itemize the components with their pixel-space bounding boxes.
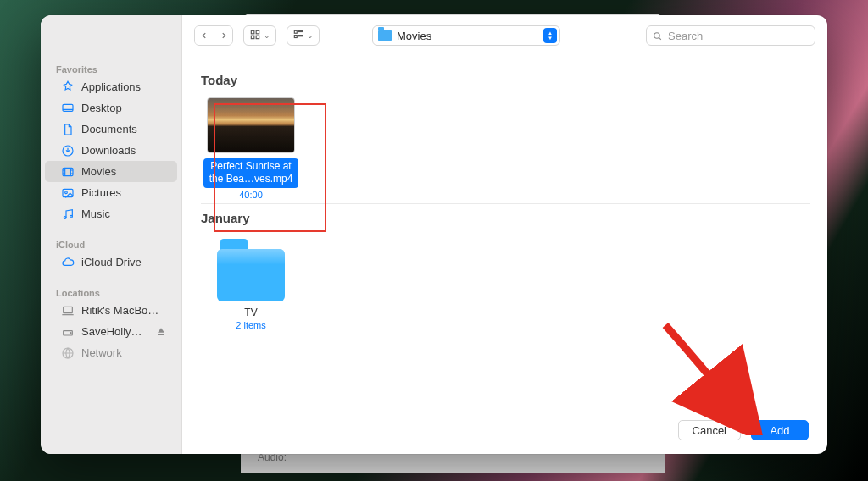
music-icon — [60, 207, 75, 222]
folder-icon — [378, 30, 392, 41]
svg-point-4 — [65, 191, 68, 194]
file-item-video[interactable]: Perfect Sunrise at the Bea…ves.mp4 40:00 — [201, 97, 301, 200]
group-header: Today — [201, 73, 810, 87]
chevron-down-icon: ⌄ — [264, 31, 270, 40]
add-button[interactable]: Add — [751, 420, 809, 440]
forward-button[interactable] — [214, 26, 232, 45]
cancel-button[interactable]: Cancel — [678, 420, 741, 440]
sidebar-item-label: Applications — [81, 80, 141, 93]
group-header: January — [201, 211, 810, 225]
pictures-icon — [60, 185, 75, 201]
search-icon — [652, 30, 663, 41]
eject-icon[interactable] — [153, 324, 169, 340]
group-separator — [201, 203, 810, 204]
group-by-button[interactable]: ⌄ — [287, 25, 320, 46]
path-popup[interactable]: Movies ▲▼ — [372, 25, 560, 46]
svg-rect-13 — [251, 36, 254, 39]
sidebar-item-external-drive[interactable]: SaveHolly… — [45, 321, 177, 342]
svg-point-9 — [70, 332, 71, 333]
laptop-icon — [60, 303, 75, 318]
sidebar-section-icloud: iCloud — [41, 236, 181, 252]
sidebar-item-icloud-drive[interactable]: iCloud Drive — [45, 252, 177, 273]
sidebar-item-label: Pictures — [81, 186, 121, 199]
sidebar-item-label: Movies — [81, 165, 116, 178]
sidebar-item-label: Documents — [81, 123, 137, 135]
downloads-icon — [60, 143, 75, 158]
sidebar-item-downloads[interactable]: Downloads — [45, 140, 177, 161]
sidebar-item-label: iCloud Drive — [81, 256, 142, 268]
sidebar-item-movies[interactable]: Movies — [45, 161, 177, 182]
documents-icon — [60, 122, 75, 137]
svg-rect-2 — [63, 168, 73, 175]
svg-rect-14 — [256, 36, 259, 39]
folder-icon — [217, 249, 285, 301]
file-name: Perfect Sunrise at the Bea…ves.mp4 — [203, 158, 298, 188]
folder-items-count: 2 items — [201, 320, 301, 330]
search-placeholder: Search — [668, 30, 703, 42]
svg-rect-12 — [256, 30, 259, 34]
sidebar-item-label: SaveHolly… — [81, 325, 142, 338]
sidebar-section-favorites: Favorites — [41, 61, 181, 76]
sidebar-item-network[interactable]: Network — [45, 342, 177, 363]
sidebar-item-label: Music — [81, 207, 110, 220]
group-icon — [292, 29, 304, 43]
file-item-folder[interactable]: TV 2 items — [201, 249, 301, 330]
file-browser[interactable]: Today Perfect Sunrise at the Bea…ves.mp4… — [182, 56, 827, 402]
sidebar-item-label: Desktop — [81, 102, 122, 114]
svg-point-6 — [70, 215, 73, 218]
svg-rect-11 — [251, 30, 254, 34]
path-popup-label: Movies — [397, 30, 538, 42]
sidebar-item-applications[interactable]: Applications — [45, 76, 177, 97]
cloud-icon — [60, 255, 75, 270]
path-stepper-icon: ▲▼ — [543, 28, 557, 43]
toolbar: ⌄ ⌄ Movies ▲▼ Search — [182, 15, 827, 56]
content-pane: ⌄ ⌄ Movies ▲▼ Search — [182, 15, 827, 454]
svg-point-19 — [654, 32, 660, 38]
sidebar: Favorites Applications Desktop Documents — [41, 15, 182, 454]
desktop-icon — [60, 101, 75, 116]
sidebar-item-label: Downloads — [81, 144, 136, 157]
applications-icon — [60, 80, 75, 95]
sidebar-item-music[interactable]: Music — [45, 203, 177, 224]
external-drive-icon — [60, 324, 75, 340]
grid-icon — [249, 29, 261, 43]
open-file-panel: Favorites Applications Desktop Documents — [41, 15, 827, 454]
back-button[interactable] — [195, 26, 214, 45]
sidebar-item-pictures[interactable]: Pictures — [45, 182, 177, 203]
add-button-label: Add — [770, 424, 789, 437]
folder-name: TV — [201, 307, 301, 318]
sidebar-section-locations: Locations — [41, 285, 181, 300]
sidebar-item-label: Network — [81, 346, 122, 359]
sidebar-item-macbook[interactable]: Ritik's MacBo… — [45, 300, 177, 321]
svg-rect-17 — [294, 35, 297, 37]
group-today: Today Perfect Sunrise at the Bea…ves.mp4… — [201, 73, 810, 204]
svg-rect-18 — [298, 35, 302, 36]
file-duration: 40:00 — [201, 190, 301, 200]
view-mode-button[interactable]: ⌄ — [243, 25, 276, 46]
network-icon — [60, 346, 75, 361]
svg-rect-15 — [294, 30, 297, 33]
svg-rect-16 — [298, 30, 302, 31]
cancel-button-label: Cancel — [693, 424, 726, 437]
dialog-buttons: Cancel Add — [182, 406, 827, 454]
sidebar-item-desktop[interactable]: Desktop — [45, 97, 177, 119]
sidebar-item-documents[interactable]: Documents — [45, 119, 177, 140]
svg-rect-0 — [63, 104, 73, 111]
svg-rect-7 — [64, 307, 73, 312]
movies-icon — [60, 164, 75, 180]
chevron-down-icon: ⌄ — [307, 31, 314, 40]
group-january: January TV 2 items — [201, 211, 810, 330]
video-thumbnail — [207, 97, 295, 153]
svg-point-5 — [64, 216, 66, 218]
search-input[interactable]: Search — [646, 25, 815, 46]
nav-buttons — [194, 25, 233, 46]
sidebar-item-label: Ritik's MacBo… — [81, 304, 159, 317]
desktop-background: Audio: Favorites Applications Desktop — [0, 0, 868, 481]
